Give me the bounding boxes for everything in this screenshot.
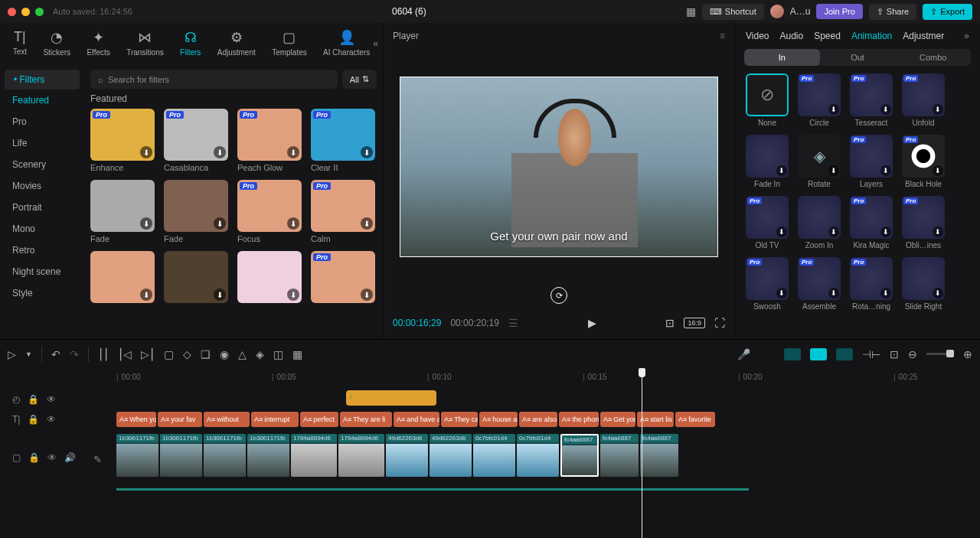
- video-clip[interactable]: fc4aa6887: [600, 434, 639, 477]
- category-item[interactable]: Featured: [0, 90, 84, 111]
- text-clip[interactable]: A≡ and have a: [394, 412, 439, 427]
- download-icon[interactable]: ⬇: [933, 104, 943, 115]
- tool-tab-effects[interactable]: ✦Effects: [87, 29, 109, 59]
- minimize-window[interactable]: [21, 8, 30, 16]
- eye-icon[interactable]: 👁: [47, 394, 56, 405]
- animation-item[interactable]: Pro⬇Old TV: [746, 196, 789, 249]
- filter-item[interactable]: ⬇Fade: [90, 180, 155, 243]
- subtab-out[interactable]: Out: [820, 49, 896, 66]
- video-clip[interactable]: 0c7bfc01d4: [517, 434, 559, 477]
- fullscreen-icon[interactable]: ⛶: [714, 317, 725, 329]
- timeline-body[interactable]: 00:0000:0500:1000:1500:2000:25 ♪ A≡ When…: [84, 368, 980, 538]
- list-icon[interactable]: ☰: [508, 317, 518, 329]
- aspect-button[interactable]: 16:9: [684, 318, 705, 328]
- magnet-icon[interactable]: ⊣⊢: [862, 348, 880, 360]
- lock-icon[interactable]: 🔒: [28, 394, 39, 405]
- tool-tab-transitions[interactable]: ⋈Transitions: [126, 29, 164, 59]
- video-clip[interactable]: 1b3061171fb: [247, 434, 289, 477]
- download-icon[interactable]: ⬇: [287, 289, 299, 301]
- subtab-in[interactable]: In: [744, 49, 820, 66]
- text-clip[interactable]: A≡ When yo: [116, 412, 156, 427]
- edit-icon[interactable]: ✎: [93, 454, 102, 465]
- animation-item[interactable]: Pro⬇Swoosh: [746, 257, 789, 311]
- filter-all-button[interactable]: All ⇅: [342, 70, 377, 89]
- download-icon[interactable]: ⬇: [287, 217, 299, 230]
- category-item[interactable]: Retro: [0, 240, 84, 261]
- category-item[interactable]: Life: [0, 132, 84, 154]
- category-item[interactable]: Portrait: [0, 197, 84, 218]
- zoom-slider[interactable]: [926, 353, 954, 355]
- clock-icon[interactable]: ◴: [12, 394, 20, 405]
- toggle-3[interactable]: [836, 348, 853, 360]
- toggle-1[interactable]: [784, 348, 801, 360]
- close-window[interactable]: [8, 8, 16, 16]
- animation-item[interactable]: Pro⬇Black Hole: [902, 135, 945, 188]
- tool-tab-templates[interactable]: ▢Templates: [272, 29, 307, 59]
- video-clip[interactable]: 1b3061171fb: [160, 434, 202, 477]
- tool-tab-stickers[interactable]: ◔Stickers: [43, 29, 70, 59]
- animation-item[interactable]: Pro⬇Circle: [798, 73, 841, 127]
- filter-item[interactable]: Pro⬇Peach Glow: [237, 109, 302, 172]
- animation-item[interactable]: ◈⬇Rotate: [798, 135, 841, 188]
- play-button[interactable]: ▶: [588, 317, 596, 329]
- download-icon[interactable]: ⬇: [214, 146, 226, 158]
- rotation-marker-icon[interactable]: ⟳: [550, 287, 567, 304]
- download-icon[interactable]: ⬇: [933, 165, 943, 176]
- undo-icon[interactable]: ↶: [51, 348, 60, 360]
- lock-icon[interactable]: 🔒: [28, 414, 39, 425]
- download-icon[interactable]: ⬇: [828, 288, 839, 298]
- video-clip[interactable]: 1b3061171fb: [204, 434, 246, 477]
- video-clip[interactable]: 49d62263d6: [386, 434, 428, 477]
- eye-icon[interactable]: 👁: [47, 414, 56, 425]
- audio-track[interactable]: ♪: [84, 388, 980, 408]
- animation-item[interactable]: Pro⬇Kira Magic: [850, 196, 893, 249]
- join-pro-button[interactable]: Join Pro: [816, 4, 862, 19]
- rotate-icon[interactable]: ◈: [256, 348, 264, 360]
- zoom-in-icon[interactable]: ⊕: [963, 348, 972, 360]
- text-clip[interactable]: A≡ start lis: [637, 412, 674, 427]
- filter-item[interactable]: Pro⬇: [311, 251, 375, 305]
- right-tab-audio[interactable]: Audio: [779, 31, 803, 41]
- video-clip[interactable]: 49d62263d6: [430, 434, 472, 477]
- tool-tab-ai characters[interactable]: 👤AI Characters: [323, 29, 370, 59]
- animation-item[interactable]: Pro⬇Tesseract: [850, 73, 893, 127]
- download-icon[interactable]: ⬇: [776, 288, 787, 298]
- tool-tab-filters[interactable]: ☊Filters: [180, 29, 201, 59]
- download-icon[interactable]: ⬇: [287, 146, 299, 158]
- subtab-combo[interactable]: Combo: [895, 49, 971, 66]
- video-clip[interactable]: 1b3061171fb: [116, 434, 158, 477]
- mute-icon[interactable]: 🔊: [64, 452, 76, 463]
- toggle-2[interactable]: [810, 348, 827, 360]
- download-icon[interactable]: ⬇: [880, 104, 891, 115]
- avatar[interactable]: [770, 5, 784, 18]
- tool-tab-text[interactable]: T|Text: [13, 29, 27, 59]
- snapshot-icon[interactable]: ⊡: [665, 317, 675, 329]
- search-input[interactable]: ⌕ Search for filters: [90, 70, 338, 89]
- text-clip[interactable]: A≡ favorite: [675, 412, 715, 427]
- video-clip[interactable]: fc4aa6887: [640, 434, 678, 477]
- video-area[interactable]: Get your own pair now and: [384, 49, 734, 284]
- filter-item[interactable]: Pro⬇Enhance: [90, 109, 155, 172]
- animation-item[interactable]: Pro⬇Rota…ning: [850, 257, 893, 311]
- animation-item[interactable]: Pro⬇Obli…ines: [902, 196, 945, 249]
- download-icon[interactable]: ⬇: [214, 289, 226, 301]
- filter-item[interactable]: Pro⬇Casablanca: [164, 109, 228, 172]
- download-icon[interactable]: ⬇: [828, 227, 839, 237]
- category-item[interactable]: Scenery: [0, 154, 84, 175]
- text-clip[interactable]: A≡ They car: [441, 412, 478, 427]
- text-track[interactable]: A≡ When yoA≡ your favA≡ withoutA≡ interr…: [84, 409, 980, 429]
- text-icon[interactable]: T|: [12, 414, 20, 425]
- text-clip[interactable]: A≡ your fav: [158, 412, 202, 427]
- playhead[interactable]: [642, 368, 642, 538]
- right-tab-video[interactable]: Video: [746, 31, 769, 41]
- video-icon[interactable]: ▢: [12, 452, 21, 463]
- filter-item[interactable]: Pro⬇Calm: [311, 180, 375, 243]
- trim-right-icon[interactable]: ▷⎮: [141, 348, 155, 360]
- download-icon[interactable]: ⬇: [361, 289, 373, 301]
- download-icon[interactable]: ⬇: [776, 165, 787, 176]
- animation-item[interactable]: ⊘None: [746, 73, 789, 127]
- filter-item[interactable]: Pro⬇Clear II: [311, 109, 375, 172]
- filter-item[interactable]: Pro⬇Focus: [237, 180, 302, 243]
- download-icon[interactable]: ⬇: [361, 217, 373, 230]
- split-icon[interactable]: ⎮⎮: [98, 348, 109, 360]
